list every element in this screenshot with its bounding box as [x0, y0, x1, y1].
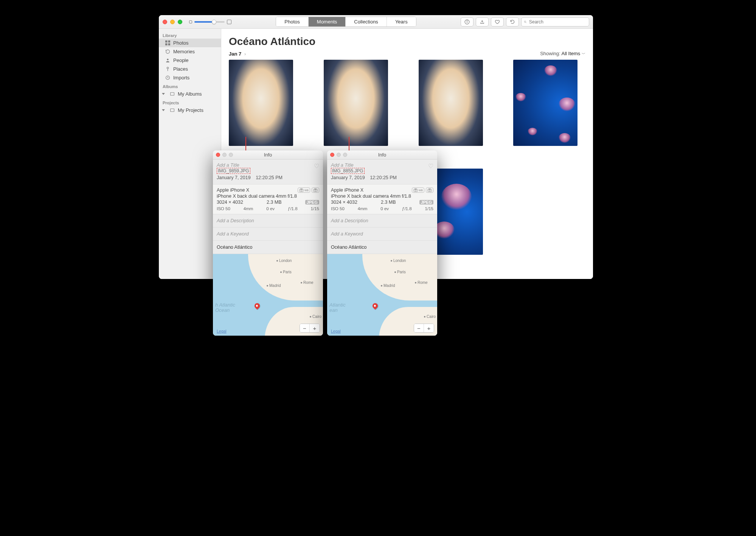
filename-highlight: IMG_8855.JPG: [331, 168, 365, 174]
tab-collections[interactable]: Collections: [346, 17, 387, 26]
map-pin-icon: [371, 302, 379, 310]
panel-titlebar: Info: [213, 150, 323, 160]
info-button[interactable]: [461, 17, 473, 26]
sidebar-item-label: My Projects: [178, 107, 203, 113]
sidebar-item-memories[interactable]: Memories: [159, 47, 221, 56]
ocean-label: Atlantic ean: [329, 302, 346, 313]
filename-highlight: IMG_9859.JPG: [217, 168, 250, 174]
zoom-small-icon: [189, 20, 192, 23]
file-size: 2.3 MB: [267, 200, 282, 205]
close-icon[interactable]: [216, 153, 220, 157]
svg-point-3: [524, 21, 526, 22]
exif-shutter: 1/15: [425, 206, 433, 211]
photo-thumbnail[interactable]: [513, 60, 577, 146]
exif-iso: ISO 50: [331, 206, 345, 211]
tab-photos[interactable]: Photos: [276, 17, 308, 26]
zoom-in-button[interactable]: +: [424, 324, 434, 332]
photo-thumbnail[interactable]: [419, 60, 483, 146]
tab-years[interactable]: Years: [387, 17, 416, 26]
keyword-field[interactable]: Add a Keyword: [327, 228, 437, 241]
camera-model: iPhone X back dual camera 4mm f/1.8: [331, 194, 433, 199]
sidebar-item-label: People: [173, 57, 188, 63]
location-map[interactable]: London Paris Madrid Rome Cairo h Atlanti…: [213, 254, 323, 336]
favorite-button[interactable]: ♡: [314, 163, 319, 170]
window-traffic-lights[interactable]: [163, 20, 182, 24]
sidebar-item-my-projects[interactable]: My Projects: [159, 106, 221, 115]
photo-thumbnail[interactable]: [229, 60, 293, 146]
search-field[interactable]: [521, 17, 589, 26]
svg-rect-14: [170, 109, 174, 112]
exif-focal: 4mm: [244, 206, 253, 211]
close-icon[interactable]: [330, 153, 334, 157]
info-panel: Info Add a Title IMG_8855.JPG January 7,…: [327, 150, 437, 336]
svg-point-25: [429, 190, 430, 191]
close-icon[interactable]: [163, 20, 167, 24]
clock-arrow-icon: [165, 49, 170, 54]
sidebar-item-label: My Albums: [178, 91, 202, 97]
tab-moments[interactable]: Moments: [309, 17, 346, 26]
panel-title: Info: [378, 152, 387, 158]
sidebar-item-people[interactable]: People: [159, 56, 221, 65]
svg-point-16: [301, 190, 302, 191]
photo-time: 12:20:25 PM: [256, 175, 283, 180]
sidebar-item-photos[interactable]: Photos: [159, 39, 221, 47]
exif-aperture: ƒ/1.8: [402, 206, 412, 211]
sidebar-item-my-albums[interactable]: My Albums: [159, 90, 221, 98]
sidebar-item-label: Places: [173, 66, 188, 72]
sidebar-item-imports[interactable]: Imports: [159, 73, 221, 82]
device-name: Apple iPhone X: [217, 187, 249, 193]
photo-thumbnail[interactable]: [324, 60, 388, 146]
search-icon: [524, 20, 527, 24]
camera-wb-icon: WB: [298, 187, 310, 193]
zoom-out-button[interactable]: −: [414, 324, 424, 332]
showing-filter[interactable]: Showing: All Items ﹀: [540, 51, 585, 57]
map-zoom-control[interactable]: − +: [300, 324, 320, 333]
favorite-button[interactable]: ♡: [428, 163, 433, 170]
chevron-down-icon: [162, 93, 165, 95]
share-button[interactable]: [476, 17, 489, 26]
search-input[interactable]: [528, 19, 587, 25]
map-legal-link[interactable]: Legal: [217, 329, 227, 333]
camera-icon: [426, 187, 433, 193]
location-label: Océano Atlántico: [213, 241, 323, 254]
chevron-right-icon: ›: [244, 51, 246, 57]
sidebar-item-places[interactable]: Places: [159, 65, 221, 73]
moment-date[interactable]: Jan 7: [229, 51, 241, 57]
map-zoom-control[interactable]: − +: [414, 324, 434, 333]
camera-wb-icon: WB: [412, 187, 424, 193]
file-type-badge: JPEG: [305, 200, 319, 204]
title-field[interactable]: Add a Title: [331, 163, 397, 168]
metadata-block: Apple iPhone X WB iPhone X back dual cam…: [327, 184, 437, 214]
minimize-icon: [222, 153, 227, 157]
svg-point-10: [167, 67, 168, 69]
svg-rect-5: [165, 40, 167, 42]
map-pin-icon: [253, 302, 261, 310]
exif-iso: ISO 50: [217, 206, 230, 211]
file-type-badge: JPEG: [419, 200, 433, 204]
map-legal-link[interactable]: Legal: [331, 329, 341, 333]
favorite-button[interactable]: [491, 17, 504, 26]
exif-focal: 4mm: [358, 206, 368, 211]
sidebar-item-label: Imports: [173, 75, 189, 81]
svg-rect-6: [168, 40, 170, 42]
description-field[interactable]: Add a Description: [213, 214, 323, 228]
rotate-button[interactable]: [506, 17, 519, 26]
zoom-out-button[interactable]: −: [300, 324, 310, 332]
camera-icon: [312, 187, 319, 193]
title-field[interactable]: Add a Title: [217, 163, 283, 168]
panel-title: Info: [264, 152, 272, 158]
album-icon: [169, 108, 175, 113]
photo-time: 12:20:25 PM: [370, 175, 397, 180]
zoom-in-button[interactable]: +: [310, 324, 320, 332]
location-map[interactable]: London Paris Madrid Rome Cairo Atlantic …: [327, 254, 437, 336]
view-tabs[interactable]: Photos Moments Collections Years: [276, 17, 416, 27]
minimize-icon[interactable]: [170, 20, 175, 24]
exif-aperture: ƒ/1.8: [288, 206, 298, 211]
dimensions: 3024 × 4032: [331, 200, 357, 205]
fullscreen-icon[interactable]: [178, 20, 182, 24]
description-field[interactable]: Add a Description: [327, 214, 437, 228]
thumbnail-zoom-slider[interactable]: [189, 20, 231, 24]
file-size: 2.3 MB: [381, 200, 396, 205]
ocean-label: h Atlantic Ocean: [215, 302, 235, 313]
keyword-field[interactable]: Add a Keyword: [213, 228, 323, 241]
